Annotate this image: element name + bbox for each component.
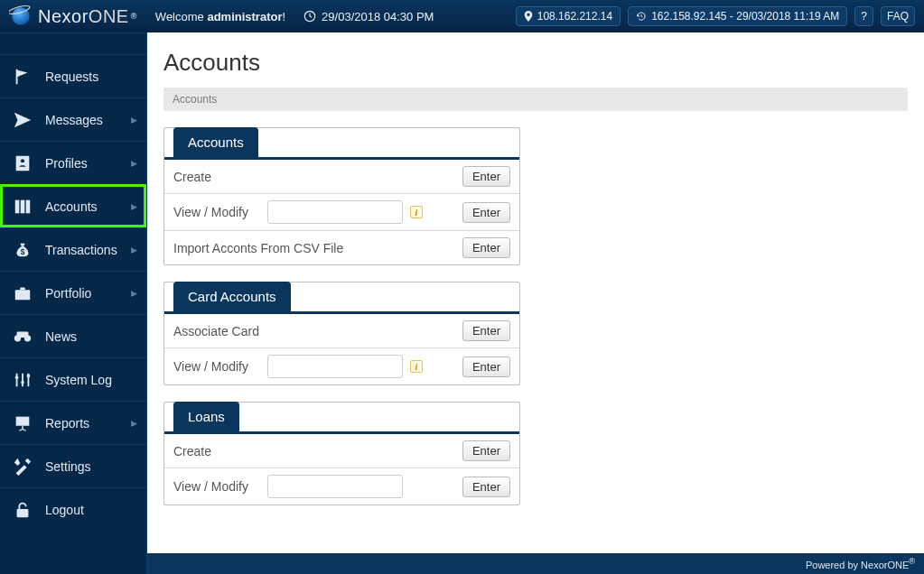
briefcase-icon bbox=[13, 283, 33, 303]
enter-button[interactable]: Enter bbox=[462, 237, 510, 258]
welcome-text: Welcome administrator! bbox=[155, 10, 285, 23]
panel-loans: Loans Create Enter View / Modify Enter bbox=[163, 402, 520, 505]
ip-prev-text: 162.158.92.145 - 29/03/2018 11:19 AM bbox=[651, 10, 839, 23]
enter-button[interactable]: Enter bbox=[462, 202, 510, 223]
sidebar-item-accounts[interactable]: Accounts ▶ bbox=[0, 184, 146, 227]
sidebar-item-reports[interactable]: Reports ▶ bbox=[0, 401, 146, 444]
pin-icon bbox=[524, 11, 533, 22]
panel-accounts: Accounts Create Enter View / Modify i En… bbox=[163, 127, 520, 265]
money-bag-icon: $ bbox=[13, 240, 33, 260]
profile-icon bbox=[13, 153, 33, 173]
sidebar-item-label: News bbox=[45, 329, 77, 344]
sidebar-item-label: Transactions bbox=[45, 243, 117, 257]
enter-button[interactable]: Enter bbox=[462, 440, 510, 461]
sidebar-item-messages[interactable]: Messages ▶ bbox=[0, 97, 146, 141]
svg-rect-16 bbox=[16, 416, 30, 425]
welcome-pre: Welcome bbox=[155, 10, 208, 23]
sidebar-item-label: Requests bbox=[45, 69, 98, 84]
loans-viewmodify-input[interactable] bbox=[267, 475, 403, 498]
sidebar-item-label: Messages bbox=[45, 113, 103, 127]
clock-icon bbox=[303, 10, 316, 23]
sidebar-item-label: Settings bbox=[45, 459, 91, 474]
row-label: Create bbox=[173, 444, 262, 458]
svg-point-4 bbox=[21, 159, 24, 162]
svg-rect-17 bbox=[17, 509, 29, 517]
svg-rect-7 bbox=[26, 199, 31, 213]
ip-prev-chip[interactable]: 162.158.92.145 - 29/03/2018 11:19 AM bbox=[628, 6, 847, 26]
row-label: View / Modify bbox=[173, 205, 262, 219]
row-label: Import Acconts From CSV File bbox=[173, 241, 343, 255]
row-accounts-viewmodify: View / Modify i Enter bbox=[164, 194, 519, 231]
globe-icon bbox=[9, 5, 33, 28]
card-viewmodify-input[interactable] bbox=[267, 355, 403, 378]
books-icon bbox=[13, 197, 33, 217]
faq-text: FAQ bbox=[887, 10, 909, 23]
accounts-viewmodify-input[interactable] bbox=[267, 200, 403, 224]
ip-current-text: 108.162.212.14 bbox=[537, 10, 612, 23]
enter-button[interactable]: Enter bbox=[462, 356, 510, 377]
page-title: Accounts bbox=[163, 49, 908, 77]
panel-tab-card: Card Accounts bbox=[173, 282, 291, 311]
row-label: View / Modify bbox=[173, 479, 262, 494]
sidebar-item-settings[interactable]: Settings bbox=[0, 444, 146, 487]
flag-icon bbox=[13, 67, 33, 87]
chevron-right-icon: ▶ bbox=[131, 289, 137, 298]
row-label: Create bbox=[173, 170, 262, 184]
svg-point-13 bbox=[15, 375, 19, 379]
enter-button[interactable]: Enter bbox=[462, 166, 510, 187]
sidebar-item-portfolio[interactable]: Portfolio ▶ bbox=[0, 271, 146, 314]
info-icon[interactable]: i bbox=[410, 360, 423, 373]
ip-current-chip[interactable]: 108.162.212.14 bbox=[516, 6, 621, 26]
tools-icon bbox=[13, 457, 33, 477]
svg-rect-9 bbox=[15, 290, 31, 300]
brand-logo[interactable]: NexorONE® bbox=[9, 5, 137, 28]
enter-button[interactable]: Enter bbox=[462, 477, 510, 497]
news-icon bbox=[13, 327, 33, 347]
svg-text:$: $ bbox=[21, 247, 25, 255]
sidebar-item-label: Logout bbox=[45, 503, 84, 517]
sidebar-item-transactions[interactable]: $ Transactions ▶ bbox=[0, 227, 146, 271]
row-card-viewmodify: View / Modify i Enter bbox=[164, 348, 519, 384]
sidebar-item-logout[interactable]: Logout bbox=[0, 487, 146, 531]
sidebar-item-label: Reports bbox=[45, 416, 89, 430]
footer-reg: ® bbox=[909, 557, 915, 566]
footer-text: Powered by NexorONE bbox=[806, 560, 909, 570]
header-datetime-text: 29/03/2018 04:30 PM bbox=[322, 10, 434, 23]
sidebar-item-news[interactable]: News bbox=[0, 314, 146, 357]
info-icon[interactable]: i bbox=[410, 206, 423, 218]
sidebar: Requests Messages ▶ Profiles ▶ Accounts … bbox=[0, 32, 146, 574]
welcome-post: ! bbox=[282, 10, 285, 23]
sidebar-item-systemlog[interactable]: System Log bbox=[0, 357, 146, 401]
panel-tab-accounts: Accounts bbox=[173, 127, 258, 157]
svg-point-15 bbox=[27, 374, 31, 377]
sliders-icon bbox=[13, 370, 33, 390]
chevron-right-icon: ▶ bbox=[131, 202, 137, 211]
header-datetime: 29/03/2018 04:30 PM bbox=[303, 10, 434, 23]
panel-tab-loans: Loans bbox=[173, 402, 239, 431]
sidebar-item-profiles[interactable]: Profiles ▶ bbox=[0, 141, 146, 184]
welcome-user: administrator bbox=[207, 10, 282, 23]
enter-button[interactable]: Enter bbox=[462, 320, 510, 341]
help-text: ? bbox=[861, 10, 867, 23]
row-accounts-import: Import Acconts From CSV File Enter bbox=[164, 231, 519, 264]
sidebar-item-label: Accounts bbox=[45, 199, 98, 214]
sidebar-item-label: System Log bbox=[45, 373, 112, 387]
chevron-right-icon: ▶ bbox=[131, 159, 137, 168]
svg-rect-5 bbox=[15, 199, 20, 213]
presentation-icon bbox=[13, 413, 33, 433]
sidebar-item-label: Profiles bbox=[45, 156, 88, 171]
help-button[interactable]: ? bbox=[854, 6, 873, 26]
brand-name-a: Nexor bbox=[38, 6, 89, 27]
sidebar-item-requests[interactable]: Requests bbox=[0, 54, 146, 97]
chevron-right-icon: ▶ bbox=[131, 245, 137, 255]
faq-button[interactable]: FAQ bbox=[881, 6, 915, 26]
row-loans-viewmodify: View / Modify Enter bbox=[164, 468, 519, 505]
panel-card-accounts: Card Accounts Associate Card Enter View … bbox=[163, 282, 520, 385]
svg-rect-12 bbox=[17, 331, 29, 337]
sidebar-item-label: Portfolio bbox=[45, 286, 91, 301]
chevron-right-icon: ▶ bbox=[131, 419, 137, 428]
history-icon bbox=[636, 11, 647, 22]
brand-reg: ® bbox=[131, 12, 137, 21]
main: Accounts Accounts Accounts Create Enter … bbox=[146, 32, 924, 574]
row-accounts-create: Create Enter bbox=[164, 160, 519, 194]
